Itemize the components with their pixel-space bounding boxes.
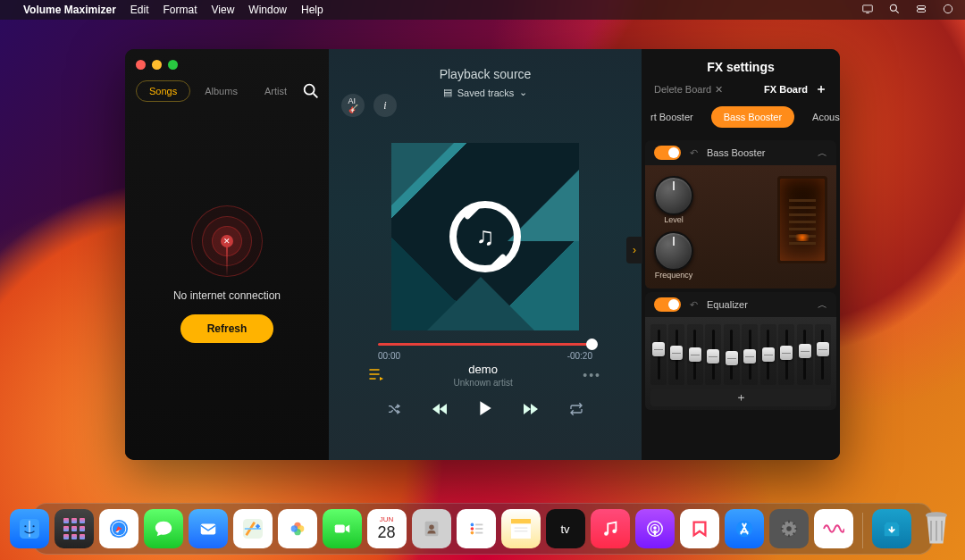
playback-source-dropdown[interactable]: ▤ Saved tracks ⌄: [443, 87, 528, 98]
dock-reminders[interactable]: [457, 509, 496, 548]
eq-band-8[interactable]: [778, 324, 794, 385]
chevron-down-icon: ⌄: [519, 87, 527, 98]
window-zoom-button[interactable]: [168, 60, 178, 70]
add-eq-band-button[interactable]: ＋: [650, 389, 831, 406]
dock-photos[interactable]: [278, 509, 317, 548]
dock-notes[interactable]: [501, 509, 541, 548]
dock-downloads[interactable]: [872, 509, 911, 548]
menu-edit[interactable]: Edit: [130, 4, 149, 16]
dock-finder[interactable]: [10, 509, 49, 548]
svg-point-10: [24, 525, 26, 527]
svg-line-47: [783, 523, 785, 525]
dock-appletv[interactable]: tv: [546, 509, 585, 548]
menubar-display-icon[interactable]: [861, 3, 874, 18]
plus-icon: ＋: [815, 81, 827, 97]
dock-messages[interactable]: [144, 509, 183, 548]
tab-songs[interactable]: Songs: [136, 80, 190, 102]
svg-rect-15: [200, 524, 215, 535]
undo-icon[interactable]: ↶: [690, 299, 698, 311]
menu-format[interactable]: Format: [164, 4, 197, 16]
svg-point-20: [290, 525, 297, 531]
fx-board-button[interactable]: FX Board ＋: [764, 81, 827, 97]
eq-band-6[interactable]: [742, 324, 758, 385]
time-elapsed: 00:00: [378, 351, 400, 361]
seek-thumb[interactable]: [586, 339, 598, 350]
repeat-button[interactable]: [569, 402, 583, 419]
dock-maps[interactable]: [233, 509, 273, 548]
info-button[interactable]: i: [373, 94, 397, 117]
eq-band-9[interactable]: [797, 324, 813, 385]
svg-rect-28: [475, 524, 482, 526]
eq-band-10[interactable]: [815, 324, 831, 385]
frequency-label: Frequency: [654, 271, 693, 280]
menubar-control-center-icon[interactable]: [915, 3, 927, 18]
seek-bar[interactable]: 00:00 -00:20: [378, 343, 592, 361]
dock-volume-maximizer[interactable]: [814, 509, 853, 548]
svg-point-27: [470, 531, 474, 535]
menu-window[interactable]: Window: [248, 4, 287, 16]
svg-point-23: [429, 524, 434, 530]
eq-band-2[interactable]: [668, 324, 684, 385]
dock-news[interactable]: [680, 509, 719, 548]
eq-band-7[interactable]: [760, 324, 776, 385]
eq-band-3[interactable]: [687, 324, 703, 385]
dock-trash[interactable]: [917, 509, 956, 548]
menubar-app-name[interactable]: Volume Maximizer: [23, 4, 116, 16]
tab-albums[interactable]: Albums: [192, 81, 250, 101]
menu-view[interactable]: View: [212, 4, 235, 16]
bass-booster-toggle[interactable]: [654, 146, 681, 160]
level-knob[interactable]: [654, 176, 693, 215]
window-minimize-button[interactable]: [152, 60, 162, 70]
dock-music[interactable]: [591, 509, 630, 548]
system-menubar: Volume Maximizer Edit Format View Window…: [0, 0, 965, 20]
fx-category-row[interactable]: rt Booster Bass Booster Acous: [642, 106, 840, 137]
delete-board-button[interactable]: Delete Board ✕: [654, 84, 723, 96]
collapse-icon[interactable]: ︿: [818, 298, 827, 312]
menu-help[interactable]: Help: [301, 4, 323, 16]
fx-module-title: Bass Booster: [707, 147, 765, 158]
svg-rect-0: [863, 4, 873, 11]
dock-settings[interactable]: [769, 509, 809, 548]
forward-button[interactable]: [523, 403, 539, 418]
svg-point-11: [32, 525, 34, 527]
queue-icon[interactable]: [369, 368, 383, 383]
svg-rect-4: [917, 5, 925, 8]
library-search-icon[interactable]: [301, 80, 322, 102]
dock-appstore[interactable]: [725, 509, 764, 548]
more-icon[interactable]: •••: [583, 368, 601, 382]
eq-band-5[interactable]: [724, 324, 740, 385]
svg-line-50: [793, 523, 794, 525]
album-art: ♫: [391, 143, 579, 330]
ai-guitar-button[interactable]: AI🎸: [341, 94, 365, 117]
tab-artist[interactable]: Artist: [252, 81, 299, 101]
dock-calendar[interactable]: JUN28: [367, 509, 407, 548]
dock-safari[interactable]: [99, 509, 138, 548]
refresh-button[interactable]: Refresh: [180, 314, 274, 343]
fx-cat-next[interactable]: Acous: [800, 106, 840, 128]
fx-title: FX settings: [642, 49, 840, 81]
frequency-knob[interactable]: [654, 231, 693, 271]
fx-cat-prev[interactable]: rt Booster: [647, 106, 706, 128]
play-button[interactable]: [478, 400, 492, 420]
dock-mail[interactable]: [189, 509, 228, 548]
dock-launchpad[interactable]: [55, 509, 94, 548]
equalizer-toggle[interactable]: [654, 297, 681, 312]
dock-podcasts[interactable]: [635, 509, 675, 548]
expand-fx-toggle[interactable]: ›: [626, 237, 642, 263]
eq-band-1[interactable]: [650, 324, 667, 385]
menubar-siri-icon[interactable]: [942, 3, 954, 18]
rewind-button[interactable]: [432, 403, 448, 418]
eq-band-4[interactable]: [705, 324, 721, 385]
shuffle-button[interactable]: [387, 402, 401, 419]
collapse-icon[interactable]: ︿: [818, 146, 827, 160]
undo-icon[interactable]: ↶: [690, 147, 698, 159]
vu-meter: [777, 176, 827, 263]
dock-contacts[interactable]: [412, 509, 451, 548]
menubar-search-icon[interactable]: [888, 3, 901, 18]
svg-point-2: [890, 4, 896, 11]
window-close-button[interactable]: [136, 60, 146, 70]
svg-point-39: [653, 526, 657, 530]
fx-cat-bass-booster[interactable]: Bass Booster: [711, 106, 794, 128]
level-label: Level: [654, 215, 693, 224]
dock-facetime[interactable]: [323, 509, 362, 548]
